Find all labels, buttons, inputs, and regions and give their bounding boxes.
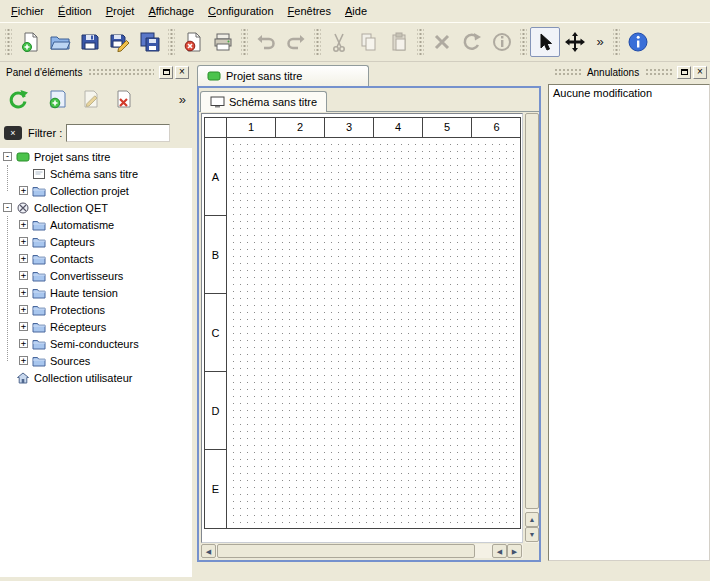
rotate-icon — [461, 31, 483, 53]
about-button[interactable] — [623, 27, 653, 57]
new-project-button[interactable] — [15, 27, 45, 57]
menu-fichier[interactable]: Fichier — [4, 2, 51, 20]
tree-item-recepteurs[interactable]: +Récepteurs — [0, 318, 192, 335]
close-panel-button[interactable]: × — [693, 66, 707, 79]
vertical-scrollbar[interactable]: ▲ ▼ — [525, 113, 539, 543]
rotate-button[interactable] — [457, 27, 487, 57]
expand-expander[interactable]: + — [19, 305, 28, 314]
clear-filter-button[interactable]: × — [4, 126, 22, 140]
toolbar-grip[interactable] — [314, 29, 321, 55]
toolbar-grip[interactable] — [520, 29, 527, 55]
expand-expander[interactable]: + — [19, 356, 28, 365]
paste-button[interactable] — [384, 27, 414, 57]
tab-schema-sans-titre[interactable]: Schéma sans titre — [200, 91, 327, 112]
toolbar-grip[interactable] — [613, 29, 620, 55]
tree-item-sources[interactable]: +Sources — [0, 352, 192, 369]
expand-expander[interactable]: + — [19, 220, 28, 229]
toolbar-grip[interactable] — [241, 29, 248, 55]
copy-button[interactable] — [354, 27, 384, 57]
expand-expander[interactable]: + — [19, 254, 28, 263]
save-as-icon — [109, 31, 131, 53]
collapse-expander[interactable]: - — [3, 203, 12, 212]
reload-collections-button[interactable] — [4, 85, 32, 113]
elements-panel-titlebar[interactable]: Panel d'éléments × — [0, 64, 192, 80]
float-icon — [681, 69, 688, 75]
expand-expander[interactable]: + — [19, 322, 28, 331]
float-panel-button[interactable] — [159, 66, 173, 79]
drawing-area[interactable] — [227, 138, 520, 528]
tree-item-automatisme[interactable]: +Automatisme — [0, 216, 192, 233]
cut-icon — [328, 31, 350, 53]
open-project-button[interactable] — [45, 27, 75, 57]
scroll-left-button-2[interactable]: ◀ — [492, 544, 507, 558]
edit-element-button[interactable] — [77, 85, 105, 113]
new-element-button[interactable] — [44, 85, 72, 113]
undo-empty-state[interactable]: Aucune modification — [549, 85, 709, 101]
menu-configuration[interactable]: Configuration — [201, 2, 280, 20]
tree-item-contacts[interactable]: +Contacts — [0, 250, 192, 267]
filter-input[interactable] — [66, 124, 170, 142]
expand-expander[interactable]: + — [19, 288, 28, 297]
expand-expander[interactable]: + — [19, 237, 28, 246]
tree-item-schema[interactable]: Schéma sans titre — [0, 165, 192, 182]
tree-item-collection-qet[interactable]: -Collection QET — [0, 199, 192, 216]
print-button[interactable] — [208, 27, 238, 57]
undo-history-list[interactable]: Aucune modification — [548, 84, 710, 561]
toolbar-grip[interactable] — [417, 29, 424, 55]
tree-item-label: Projet sans titre — [34, 151, 110, 163]
toolbar-overflow-button[interactable]: » — [590, 27, 610, 57]
save-button[interactable] — [75, 27, 105, 57]
delete-element-button[interactable] — [110, 85, 138, 113]
scroll-up-button[interactable]: ▲ — [525, 512, 539, 527]
redo-button[interactable] — [281, 27, 311, 57]
menu-aide[interactable]: Aide — [338, 2, 374, 20]
scroll-left-button[interactable]: ◀ — [201, 544, 216, 558]
menu-projet[interactable]: Projet — [99, 2, 142, 20]
elements-panel-toolbar: » — [0, 82, 192, 116]
save-as-button[interactable] — [105, 27, 135, 57]
tree-item-label: Protections — [50, 304, 105, 316]
menu-affichage[interactable]: Affichage — [141, 2, 201, 20]
dock-handle-texture — [554, 68, 581, 76]
expand-expander[interactable]: + — [19, 339, 28, 348]
tree-item-collection-utilisateur[interactable]: Collection utilisateur — [0, 369, 192, 386]
folder-icon — [32, 270, 46, 282]
tree-item-semi-conducteurs[interactable]: +Semi-conducteurs — [0, 335, 192, 352]
menu-edition[interactable]: Édition — [51, 2, 99, 20]
toolbar-grip[interactable] — [168, 29, 175, 55]
delete-button[interactable] — [427, 27, 457, 57]
undo-panel-title: Annulations — [584, 67, 642, 78]
schema-sheet: 1 2 3 4 5 6 A B C D E — [204, 117, 521, 529]
collapse-expander[interactable]: - — [3, 152, 12, 161]
menu-fenetres[interactable]: Fenêtres — [281, 2, 338, 20]
horizontal-scrollbar[interactable]: ◀ ◀ ▶ — [201, 544, 523, 558]
expand-expander[interactable]: + — [19, 271, 28, 280]
element-info-button[interactable] — [487, 27, 517, 57]
tab-projet-sans-titre[interactable]: Projet sans titre — [197, 65, 369, 86]
vertical-scrollbar-thumb[interactable] — [525, 113, 539, 509]
close-project-button[interactable] — [178, 27, 208, 57]
toolbar-grip[interactable] — [5, 29, 12, 55]
selection-mode-button[interactable] — [530, 27, 560, 57]
panel-toolbar-overflow-button[interactable]: » — [179, 92, 186, 107]
dock-handle-texture — [88, 68, 154, 76]
tree-item-capteurs[interactable]: +Capteurs — [0, 233, 192, 250]
tree-item-haute-tension[interactable]: +Haute tension — [0, 284, 192, 301]
pan-mode-button[interactable] — [560, 27, 590, 57]
save-all-button[interactable] — [135, 27, 165, 57]
cut-button[interactable] — [324, 27, 354, 57]
scroll-down-button[interactable]: ▼ — [525, 527, 539, 542]
horizontal-scrollbar-thumb[interactable] — [217, 544, 475, 558]
tree-item-project[interactable]: -Projet sans titre — [0, 148, 192, 165]
tree-item-collection-projet[interactable]: +Collection projet — [0, 182, 192, 199]
schema-tabbar: Schéma sans titre — [199, 88, 539, 112]
expand-expander[interactable]: + — [19, 186, 28, 195]
undo-button[interactable] — [251, 27, 281, 57]
elements-tree: -Projet sans titre Schéma sans titre +Co… — [0, 148, 192, 577]
undo-panel-titlebar[interactable]: Annulations × — [548, 64, 710, 80]
tree-item-protections[interactable]: +Protections — [0, 301, 192, 318]
float-panel-button[interactable] — [677, 66, 691, 79]
tree-item-convertisseurs[interactable]: +Convertisseurs — [0, 267, 192, 284]
scroll-right-button[interactable]: ▶ — [507, 544, 522, 558]
close-panel-button[interactable]: × — [175, 66, 189, 79]
